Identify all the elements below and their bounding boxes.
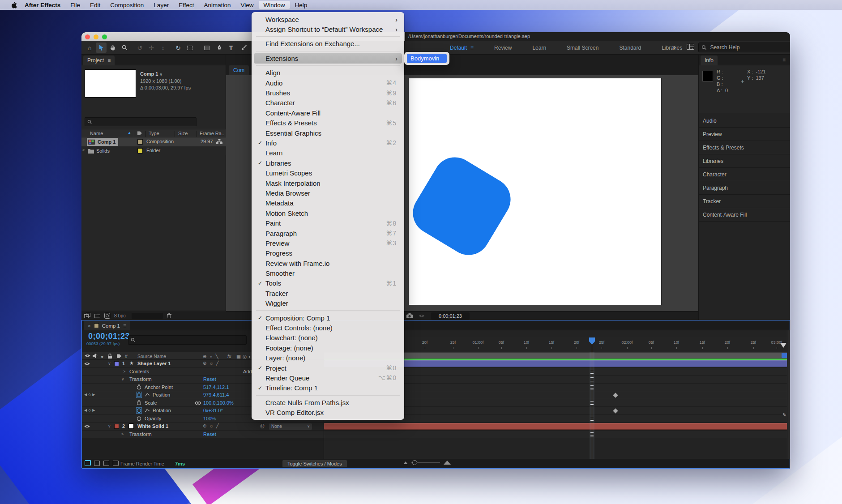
collapsed-panel-paragraph[interactable]: Paragraph — [699, 181, 790, 195]
layer-switches[interactable]: ⊕☼╱ — [203, 361, 222, 366]
switches-column-icons[interactable]: ⊕☼╲ — [203, 354, 221, 359]
zoom-window-button[interactable] — [102, 34, 107, 39]
bit-depth-label[interactable]: 8 bpc — [114, 313, 126, 318]
timeline-search-input[interactable] — [137, 337, 244, 343]
property-label[interactable]: Contents — [129, 369, 149, 374]
menu-item-brushes[interactable]: Brushes⌘9 — [254, 88, 402, 98]
panel-menu-icon[interactable]: ≡ — [782, 57, 786, 63]
menu-item-media-browser[interactable]: Media Browser — [254, 188, 402, 198]
roi-tool-icon[interactable] — [184, 43, 195, 53]
property-value[interactable]: 517.4,112.1 — [203, 384, 229, 390]
menu-item-wiggler[interactable]: Wiggler — [254, 299, 402, 308]
menubar-item-edit[interactable]: Edit — [85, 1, 105, 9]
menu-item-footage-none[interactable]: Footage: (none) — [254, 343, 402, 353]
menu-item-smoother[interactable]: Smoother — [254, 268, 402, 278]
keyframe-navigator[interactable]: ◀◇▶ — [84, 408, 96, 412]
timeline-row-white-solid-1[interactable]: ∨2White Solid 1⊕☼╱@None∨ — [82, 423, 324, 431]
apple-icon[interactable] — [8, 2, 20, 9]
project-search-field[interactable] — [85, 117, 197, 126]
layer-color-chip[interactable] — [114, 361, 119, 366]
new-composition-icon[interactable] — [104, 313, 110, 319]
menu-item-progress[interactable]: Progress — [254, 248, 402, 258]
eye-icon[interactable] — [84, 424, 90, 428]
text-tool-icon[interactable]: T — [226, 43, 236, 53]
timeline-zoom-slider[interactable] — [403, 461, 451, 465]
menu-item-timeline-comp-1[interactable]: ✓Timeline: Comp 1 — [254, 383, 402, 393]
source-name-column[interactable]: Source Name — [137, 354, 166, 359]
menubar-item-file[interactable]: File — [65, 1, 85, 9]
menu-item-info[interactable]: ✓Info⌘2 — [254, 138, 402, 148]
property-value[interactable]: 100.0,100.0% — [203, 400, 234, 406]
property-label[interactable]: Transform — [129, 376, 152, 382]
help-search-field[interactable] — [698, 43, 790, 52]
project-tab[interactable]: Project ≡ — [83, 56, 115, 65]
label-column-icon[interactable] — [116, 354, 122, 359]
collapsed-panel-preview[interactable]: Preview — [699, 128, 790, 141]
zoom-in-icon[interactable] — [444, 461, 451, 465]
manage-workspaces-icon[interactable] — [687, 44, 694, 50]
brainstorm-icon[interactable] — [113, 461, 119, 466]
orbit-camera-tool-icon[interactable]: ↺ — [134, 43, 145, 53]
pencil-icon[interactable]: ✎ — [782, 412, 786, 418]
menu-item-find-extensions-on-exchange[interactable]: Find Extensions on Exchange... — [254, 39, 402, 49]
stopwatch-icon[interactable] — [137, 416, 141, 421]
solo-column-icon[interactable]: ● — [101, 354, 103, 359]
menu-item-workspace[interactable]: Workspace› — [254, 14, 402, 24]
menu-item-mask-interpolation[interactable]: Mask Interpolation — [254, 178, 402, 188]
expand-icon[interactable]: > — [121, 432, 124, 436]
menu-item-layer-none[interactable]: Layer: (none) — [254, 353, 402, 363]
composition-canvas[interactable] — [409, 78, 661, 305]
link-icon[interactable] — [195, 401, 201, 405]
menu-item-learn[interactable]: Learn — [254, 148, 402, 158]
audio-column-icon[interactable] — [93, 354, 98, 358]
workspace-tab-learn[interactable]: Learn — [522, 45, 556, 51]
keyframe-navigator[interactable]: ◀◇▶ — [84, 393, 96, 397]
menu-item-content-aware-fill[interactable]: Content-Aware Fill — [254, 108, 402, 118]
zoom-out-icon[interactable] — [403, 461, 408, 464]
menu-item-project[interactable]: ✓Project⌘0 — [254, 363, 402, 373]
project-search-input[interactable] — [94, 119, 194, 125]
brush-tool-icon[interactable] — [238, 43, 249, 53]
flowchart-icon[interactable] — [216, 139, 222, 144]
show-snapshot-icon[interactable] — [419, 314, 425, 318]
workspace-tab-default[interactable]: Default≡ — [440, 45, 484, 51]
collapsed-panel-effects-presets[interactable]: Effects & Presets — [699, 141, 790, 154]
menu-item-tracker[interactable]: Tracker — [254, 288, 402, 298]
project-item-name[interactable]: Comp 1 — [87, 138, 118, 146]
toggle-switches-modes-button[interactable]: Toggle Switches / Modes — [282, 460, 347, 467]
layer-switches[interactable]: ⊕☼╱ — [203, 423, 222, 428]
graph-editor-icon[interactable] — [103, 461, 109, 466]
project-row-solids[interactable]: >SolidsFolder — [81, 146, 226, 155]
expand-icon[interactable]: > — [123, 369, 125, 374]
expand-icon[interactable]: > — [82, 148, 85, 152]
property-label[interactable]: Position — [153, 392, 170, 397]
home-icon[interactable]: ⌂ — [84, 43, 95, 53]
property-label[interactable]: Anchor Point — [145, 384, 173, 390]
menu-item-audio[interactable]: Audio⌘4 — [254, 78, 402, 88]
work-area-marker-icon[interactable] — [780, 343, 786, 348]
menu-item-motion-sketch[interactable]: Motion Sketch — [254, 208, 402, 218]
project-item-name[interactable]: Solids — [87, 147, 112, 155]
frame-blending-icon[interactable] — [85, 461, 90, 466]
fx-column-icon[interactable]: fx — [227, 354, 231, 359]
rotation-tool-icon[interactable]: ↻ — [173, 43, 184, 53]
menubar-item-animation[interactable]: Animation — [199, 1, 235, 9]
panel-menu-icon[interactable]: ≡ — [123, 323, 126, 329]
collapsed-panel-libraries[interactable]: Libraries — [699, 154, 790, 168]
layer-name[interactable]: White Solid 1 — [137, 423, 168, 429]
info-tab[interactable]: Info — [701, 56, 718, 65]
parent-link-dropdown[interactable]: None∨ — [269, 423, 312, 430]
property-value[interactable]: 979.4,611.4 — [203, 392, 229, 397]
add-property-label[interactable]: Add — [243, 369, 252, 374]
pan-camera-tool-icon[interactable]: ✢ — [146, 43, 157, 53]
panel-menu-icon[interactable]: ≡ — [107, 57, 111, 64]
property-label[interactable]: Scale — [145, 400, 157, 406]
selection-tool-icon[interactable] — [96, 43, 107, 53]
composition-tab[interactable]: Com — [229, 65, 249, 75]
comp-thumbnail[interactable] — [85, 69, 136, 98]
menubar-item-help[interactable]: Help — [290, 1, 312, 9]
motion-blur-icon[interactable] — [94, 461, 100, 466]
property-label[interactable]: Transform — [129, 431, 152, 437]
trash-icon[interactable] — [167, 313, 171, 318]
collapsed-panel-character[interactable]: Character — [699, 168, 790, 181]
